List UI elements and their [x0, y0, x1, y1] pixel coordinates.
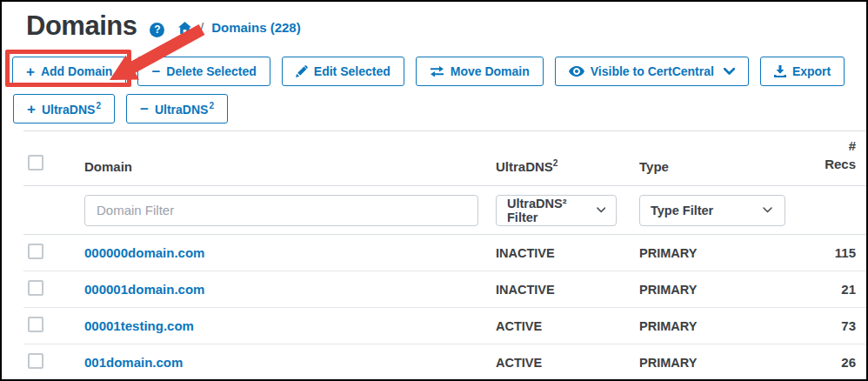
domain-link[interactable]: 00001testing.com: [84, 318, 194, 333]
domain-link[interactable]: 000001domain.com: [84, 282, 204, 297]
column-header-ultradns[interactable]: UltraDNS2: [496, 158, 639, 174]
move-domain-button[interactable]: Move Domain: [416, 57, 544, 86]
recs-count-cell: 26: [785, 355, 856, 370]
visible-certcentral-button[interactable]: Visible to CertCentral: [555, 57, 749, 86]
domains-page: Domains ? / Domains (228) + Add Domain −…: [0, 0, 868, 381]
table-row: 001domain.com ACTIVE PRIMARY 26: [23, 344, 868, 381]
minus-icon: −: [140, 102, 149, 117]
remove-ultradns-label: UltraDNS2: [155, 101, 214, 117]
type-cell: PRIMARY: [639, 246, 785, 260]
breadcrumb-separator: /: [200, 20, 204, 35]
column-header-recs[interactable]: # Recs: [785, 137, 856, 175]
swap-arrows-icon: [430, 66, 444, 77]
ultradns-status-cell: ACTIVE: [496, 356, 639, 370]
type-filter-dropdown[interactable]: Type Filter: [639, 195, 785, 226]
home-icon[interactable]: [177, 21, 192, 35]
add-domain-button[interactable]: + Add Domain: [12, 57, 126, 86]
table-header-row: Domain UltraDNS2 Type # Recs: [23, 130, 868, 186]
domains-table: Domain UltraDNS2 Type # Recs UltraDNS² F…: [23, 130, 868, 381]
eye-icon: [569, 66, 584, 77]
add-domain-label: Add Domain: [41, 64, 112, 78]
edit-selected-label: Edit Selected: [314, 64, 391, 78]
type-cell: PRIMARY: [639, 283, 785, 297]
recs-count-cell: 21: [785, 282, 856, 297]
page-header: Domains ?: [26, 10, 164, 42]
recs-count-cell: 73: [785, 318, 856, 333]
column-header-domain[interactable]: Domain: [84, 159, 496, 174]
help-icon[interactable]: ?: [150, 23, 164, 37]
row-checkbox[interactable]: [28, 280, 43, 296]
ultradns-status-cell: INACTIVE: [496, 283, 639, 297]
type-cell: PRIMARY: [639, 319, 785, 333]
domain-filter-input[interactable]: [84, 195, 478, 226]
plus-icon: +: [27, 102, 36, 117]
type-filter-label: Type Filter: [651, 204, 713, 217]
page-title: Domains: [26, 10, 137, 42]
download-icon: [774, 65, 786, 77]
export-button[interactable]: Export: [760, 57, 845, 86]
row-checkbox[interactable]: [28, 317, 43, 332]
recs-count-cell: 115: [785, 245, 856, 260]
export-label: Export: [792, 64, 831, 78]
add-ultradns-label: UltraDNS2: [42, 101, 101, 117]
delete-selected-label: Delete Selected: [166, 64, 257, 78]
toolbar-row-2: + UltraDNS2 − UltraDNS2: [13, 94, 228, 124]
chevron-down-icon: [597, 207, 605, 213]
column-header-type[interactable]: Type: [639, 159, 785, 174]
visible-certcentral-label: Visible to CertCentral: [591, 64, 714, 78]
ultradns-filter-dropdown[interactable]: UltraDNS² Filter: [496, 195, 617, 226]
minus-icon: −: [151, 64, 160, 79]
table-filter-row: UltraDNS² Filter Type Filter: [23, 186, 868, 235]
ultradns-status-cell: INACTIVE: [496, 246, 639, 260]
table-row: 000001domain.com INACTIVE PRIMARY 21: [23, 271, 868, 308]
breadcrumb-current[interactable]: Domains (228): [211, 20, 301, 35]
chevron-down-icon: [763, 207, 772, 213]
domain-link[interactable]: 001domain.com: [84, 355, 183, 370]
domain-link[interactable]: 000000domain.com: [84, 245, 204, 260]
breadcrumb: / Domains (228): [177, 20, 301, 35]
move-domain-label: Move Domain: [451, 64, 530, 78]
pencil-icon: [296, 65, 308, 77]
toolbar-row-1: + Add Domain − Delete Selected Edit Sele…: [12, 57, 845, 86]
delete-selected-button[interactable]: − Delete Selected: [137, 57, 270, 86]
remove-ultradns-button[interactable]: − UltraDNS2: [126, 94, 228, 124]
plus-icon: +: [26, 64, 35, 79]
add-ultradns-button[interactable]: + UltraDNS2: [13, 94, 115, 124]
table-row: 00001testing.com ACTIVE PRIMARY 73: [23, 308, 868, 344]
ultradns-filter-label: UltraDNS² Filter: [507, 197, 597, 224]
edit-selected-button[interactable]: Edit Selected: [282, 57, 404, 86]
chevron-down-icon: [724, 68, 735, 75]
type-cell: PRIMARY: [639, 356, 785, 370]
table-row: 000000domain.com INACTIVE PRIMARY 115: [23, 235, 868, 271]
select-all-checkbox[interactable]: [28, 155, 43, 170]
ultradns-status-cell: ACTIVE: [496, 319, 639, 333]
row-checkbox[interactable]: [28, 353, 43, 369]
row-checkbox[interactable]: [28, 244, 43, 259]
